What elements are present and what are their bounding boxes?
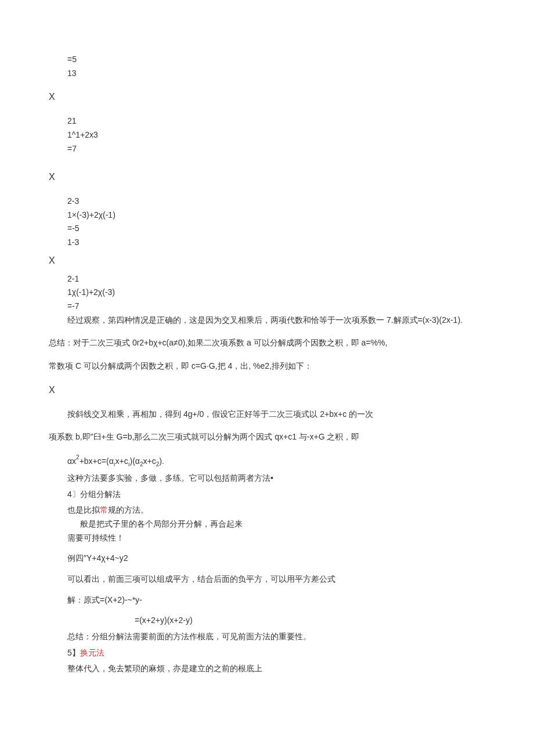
formula-line: αx2+bx+c=(αıx+cı)(α2x+c2). bbox=[49, 454, 485, 469]
formula-sub: 2 bbox=[156, 461, 160, 467]
line: =-7 bbox=[49, 300, 485, 313]
calc-block-1: =5 13 bbox=[49, 53, 485, 80]
line: 21 bbox=[49, 115, 485, 128]
coefficient-para: 项系数 b,即″臼+生 G=b,那么二次三项式就可以分解为两个因式 qx+c1 … bbox=[49, 431, 485, 444]
example-4-solution: 解：原式=(X+2)-~*y- bbox=[49, 594, 485, 607]
line: 2-3 bbox=[49, 195, 485, 208]
line: 1-3 bbox=[49, 236, 485, 249]
calc-block-4: 2-1 1χ(-1)+2χ(-3) =-7 经过观察，第四种情况是正确的，这是因… bbox=[49, 273, 485, 327]
observation-line: 经过观察，第四种情况是正确的，这是因为交叉相乘后，两项代数和恰等于一次项系数一 … bbox=[49, 314, 485, 327]
method-note: 这种方法要多实验，多做，多练。它可以包括前两者方法• bbox=[49, 472, 485, 485]
line: 13 bbox=[49, 67, 485, 80]
text: 规的方法。 bbox=[108, 505, 149, 514]
line: 1χ(-1)+2χ(-3) bbox=[49, 286, 485, 299]
section-title: 换元法 bbox=[80, 648, 104, 657]
formula-part: ). bbox=[159, 456, 164, 466]
section-number: 5】 bbox=[67, 648, 80, 657]
section-4-line: 般是把式子里的各个局部分开分解，再合起来 bbox=[49, 518, 485, 531]
example-4-result: =(x+2+y)(x+2-y) bbox=[49, 614, 485, 627]
line: =7 bbox=[49, 143, 485, 156]
cross-multiply-para: 按斜线交叉相乘，再相加，得到 4g+/0，假设它正好等于二次三项式以 2+bx+… bbox=[49, 408, 485, 421]
section-4-line: 需要可持续性！ bbox=[49, 532, 485, 545]
x-marker: X bbox=[49, 383, 485, 398]
section-5-heading: 5】换元法 bbox=[49, 647, 485, 660]
line: 2-1 bbox=[49, 273, 485, 286]
formula-part: )(α bbox=[129, 456, 139, 466]
section-4-summary: 总结：分组分解法需要前面的方法作根底，可见前面方法的重要性。 bbox=[49, 631, 485, 643]
calc-block-2: 21 1^1+2x3 =7 bbox=[49, 115, 485, 155]
summary-para-2: 常数项 C 可以分解成两个因数之积，即 c=G·G,把 4，出, %e2,排列如… bbox=[49, 360, 485, 373]
section-4-heading: 4〕分组分解法 bbox=[49, 488, 485, 501]
formula-sup: 2 bbox=[76, 454, 80, 460]
formula-part: x+c bbox=[116, 456, 128, 466]
formula-part: +bx+c=(α bbox=[80, 456, 114, 466]
x-marker: X bbox=[49, 170, 485, 185]
formula-part: αx bbox=[67, 456, 76, 466]
x-marker: X bbox=[49, 90, 485, 105]
formula-sub: ı bbox=[114, 461, 116, 467]
section-4-line: 也是比拟常规的方法。 bbox=[49, 504, 485, 517]
document-page: =5 13 X 21 1^1+2x3 =7 X 2-3 1×(-3)+2χ(-1… bbox=[0, 0, 534, 756]
highlight-text: 常 bbox=[100, 505, 108, 514]
line: =-5 bbox=[49, 222, 485, 235]
formula-sub: 2 bbox=[140, 461, 143, 467]
line: =5 bbox=[49, 53, 485, 66]
summary-para-1: 总结：对于二次三项式 0r2+bχ+c(a≠0),如果二次项系数 a 可以分解成… bbox=[49, 337, 485, 350]
example-4-analysis: 可以看出，前面三项可以组成平方，结合后面的负平方，可以用平方差公式 bbox=[49, 573, 485, 586]
line: 1×(-3)+2χ(-1) bbox=[49, 209, 485, 222]
section-5-line: 整体代入，免去繁琐的麻烦，亦是建立的之前的根底上 bbox=[49, 663, 485, 675]
calc-block-3: 2-3 1×(-3)+2χ(-1) =-5 1-3 bbox=[49, 195, 485, 249]
x-marker: X bbox=[49, 254, 485, 268]
example-4-line: 例四″Y+4χ+4~y2 bbox=[49, 552, 485, 565]
text: 也是比拟 bbox=[67, 505, 100, 514]
formula-part: x+c bbox=[143, 456, 156, 466]
line: 1^1+2x3 bbox=[49, 129, 485, 142]
